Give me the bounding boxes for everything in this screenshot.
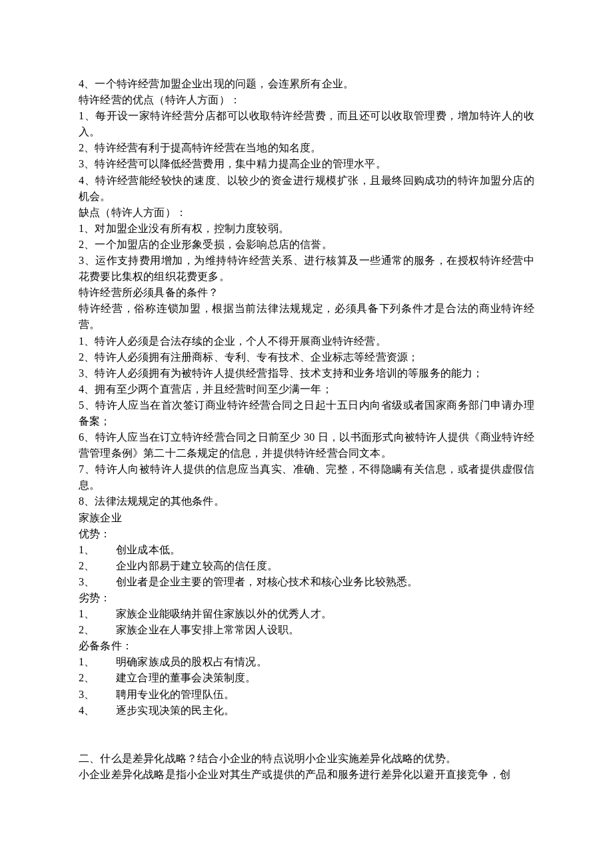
body-line: 4、拥有至少两个直营店，并且经营时间至少满一年； [79,381,534,397]
body-line: 2、一个加盟店的企业形象受损，会影响总店的信誉。 [79,237,534,253]
list-text: 明确家族成员的股权占有情况。 [116,654,267,670]
body-line: 7、特许人向被特许人提供的信息应当真实、准确、完整，不得隐瞒有关信息，或者提供虚… [79,461,534,493]
body-line: 3、特许人必须拥有为被特许人提供经营指导、技术支持和业务培训的等服务的能力； [79,365,534,381]
list-item: 2、 企业内部易于建立较高的信任度。 [79,558,534,574]
blank-line [79,735,534,751]
list-text: 家族企业在人事安排上常常因人设职。 [116,622,299,638]
list-number: 2、 [79,670,116,686]
list-number: 1、 [79,606,116,622]
body-line: 二、什么是差异化战略？结合小企业的特点说明小企业实施差异化战略的优势。 [79,751,534,767]
body-line: 必备条件： [79,638,534,654]
list-text: 聘用专业化的管理队伍。 [116,687,235,703]
body-line: 缺点（特许人方面）： [79,205,534,221]
list-number: 4、 [79,703,116,719]
body-line: 3、运作支持费用增加，为维持特许经营关系、进行核算及一些通常的服务，在授权特许经… [79,253,534,285]
body-line: 优势： [79,526,534,542]
body-line: 特许经营的优点（特许人方面）： [79,92,534,108]
list-item: 1、 明确家族成员的股权占有情况。 [79,654,534,670]
blank-line [79,719,534,735]
body-line: 4、特许经营能经较快的速度、以较少的资金进行规模扩张，且最终回购成功的特许加盟分… [79,173,534,205]
body-line: 8、法律法规规定的其他条件。 [79,493,534,509]
list-text: 创业者是企业主要的管理者，对核心技术和核心业务比较熟悉。 [116,574,418,590]
list-number: 1、 [79,542,116,558]
body-line: 1、对加盟企业没有所有权，控制力度较弱。 [79,221,534,237]
body-line: 特许经营所必须具备的条件？ [79,285,534,301]
list-text: 家族企业能吸纳并留住家族以外的优秀人才。 [116,606,332,622]
list-text: 逐步实现决策的民主化。 [116,703,235,719]
list-item: 3、 聘用专业化的管理队伍。 [79,687,534,703]
body-line: 小企业差异化战略是指小企业对其生产或提供的产品和服务进行差异化以避开直接竞争，创 [79,767,534,783]
list-text: 创业成本低。 [116,542,181,558]
list-item: 2、 建立合理的董事会决策制度。 [79,670,534,686]
list-item: 2、 家族企业在人事安排上常常因人设职。 [79,622,534,638]
list-text: 企业内部易于建立较高的信任度。 [116,558,278,574]
body-line: 2、特许经营有利于提高特许经营在当地的知名度。 [79,140,534,156]
body-line: 特许经营，俗称连锁加盟，根据当前法律法规规定，必须具备下列条件才是合法的商业特许… [79,301,534,333]
body-line: 1、每开设一家特许经营分店都可以收取特许经营费，而且还可以收取管理费，增加特许人… [79,108,534,140]
body-line: 6、特许人应当在订立特许经营合同之日前至少 30 日，以书面形式向被特许人提供《… [79,429,534,461]
body-line: 3、特许经营可以降低经营费用，集中精力提高企业的管理水平。 [79,156,534,172]
document-page: 4、一个特许经营加盟企业出现的问题，会连累所有企业。 特许经营的优点（特许人方面… [0,0,613,868]
body-line: 劣势： [79,590,534,606]
list-item: 1、 家族企业能吸纳并留住家族以外的优秀人才。 [79,606,534,622]
body-line: 2、特许人必须拥有注册商标、专利、专有技术、企业标志等经营资源； [79,349,534,365]
list-number: 3、 [79,687,116,703]
body-line: 4、一个特许经营加盟企业出现的问题，会连累所有企业。 [79,76,534,92]
body-line: 5、特许人应当在首次签订商业特许经营合同之日起十五日内向省级或者国家商务部门申请… [79,397,534,429]
body-line: 家族企业 [79,510,534,526]
list-item: 1、 创业成本低。 [79,542,534,558]
list-number: 3、 [79,574,116,590]
list-text: 建立合理的董事会决策制度。 [116,670,257,686]
list-number: 2、 [79,622,116,638]
list-item: 4、 逐步实现决策的民主化。 [79,703,534,719]
body-line: 1、特许人必须是合法存续的企业，个人不得开展商业特许经营。 [79,333,534,349]
list-number: 2、 [79,558,116,574]
list-number: 1、 [79,654,116,670]
list-item: 3、 创业者是企业主要的管理者，对核心技术和核心业务比较熟悉。 [79,574,534,590]
